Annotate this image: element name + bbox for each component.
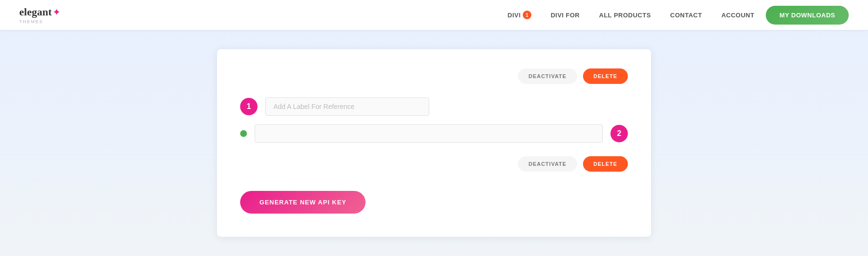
- nav-divi-badge: 1: [523, 11, 531, 19]
- bottom-action-row: DEACTIVATE DELETE: [240, 156, 628, 172]
- generate-api-key-button[interactable]: GENERATE NEW API KEY: [240, 191, 366, 214]
- nav-item-divi[interactable]: DIVI 1: [500, 7, 539, 23]
- api-key-card: DEACTIVATE DELETE 1 2 DEACTIVATE DELETE …: [217, 49, 651, 237]
- nav-item-contact[interactable]: CONTACT: [663, 8, 710, 23]
- main-nav: DIVI 1 DIVI FOR ALL PRODUCTS CONTACT ACC…: [500, 6, 849, 25]
- delete-button-top[interactable]: DELETE: [583, 68, 628, 84]
- header: elegant ✦ themes DIVI 1 DIVI FOR ALL PRO…: [0, 0, 868, 30]
- api-key-input[interactable]: [255, 124, 603, 143]
- status-dot-icon: [240, 130, 247, 137]
- logo-sub: themes: [19, 19, 43, 24]
- label-row: 1: [240, 97, 628, 116]
- nav-item-divi-for[interactable]: DIVI FOR: [543, 8, 587, 23]
- delete-button-bottom[interactable]: DELETE: [583, 156, 628, 172]
- nav-item-account[interactable]: ACCOUNT: [714, 8, 762, 23]
- label-input[interactable]: [265, 97, 429, 116]
- logo-star-icon: ✦: [53, 6, 61, 18]
- my-downloads-button[interactable]: MY DOWNLOADS: [766, 6, 849, 25]
- nav-divi-label: DIVI: [508, 12, 521, 19]
- nav-item-all-products[interactable]: ALL PRODUCTS: [591, 8, 659, 23]
- logo-name: elegant: [19, 6, 52, 18]
- step-badge-1: 1: [240, 98, 258, 115]
- step-badge-2: 2: [610, 125, 628, 142]
- deactivate-button-bottom[interactable]: DEACTIVATE: [518, 156, 577, 172]
- key-row: 2: [240, 124, 628, 143]
- logo: elegant ✦ themes: [19, 6, 61, 24]
- deactivate-button-top[interactable]: DEACTIVATE: [518, 68, 577, 84]
- main-content: DEACTIVATE DELETE 1 2 DEACTIVATE DELETE …: [0, 30, 868, 256]
- generate-row: GENERATE NEW API KEY: [240, 191, 628, 214]
- top-action-row: DEACTIVATE DELETE: [240, 68, 628, 84]
